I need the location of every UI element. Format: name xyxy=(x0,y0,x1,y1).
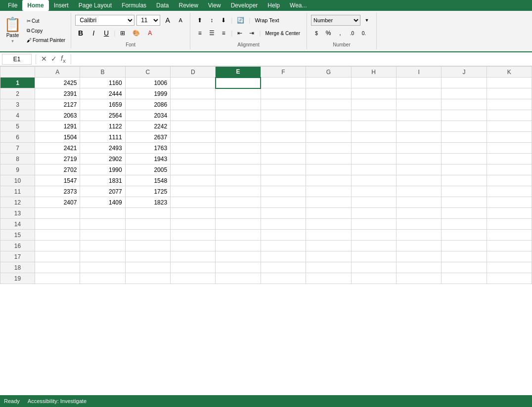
italic-button[interactable]: I xyxy=(88,28,99,39)
cell-D2[interactable] xyxy=(171,88,216,99)
cell-J17[interactable] xyxy=(442,251,487,262)
cell-D11[interactable] xyxy=(171,186,216,197)
row-header-19[interactable]: 19 xyxy=(0,273,35,284)
align-middle-button[interactable]: ↕ xyxy=(206,15,217,26)
cell-K14[interactable] xyxy=(487,219,532,230)
cell-I5[interactable] xyxy=(396,121,441,132)
cell-C19[interactable] xyxy=(125,273,170,284)
cell-I13[interactable] xyxy=(396,208,441,219)
cell-J19[interactable] xyxy=(442,273,487,284)
col-header-i[interactable]: I xyxy=(396,67,441,78)
cell-B6[interactable]: 1111 xyxy=(80,132,125,143)
cell-I19[interactable] xyxy=(396,273,441,284)
cell-C9[interactable]: 2005 xyxy=(125,164,170,175)
cell-G14[interactable] xyxy=(306,219,351,230)
number-format-select[interactable]: Number xyxy=(311,15,360,26)
cell-ref-input[interactable]: E1 xyxy=(2,54,32,65)
cell-H16[interactable] xyxy=(351,241,396,251)
cell-H15[interactable] xyxy=(351,230,396,241)
cell-H11[interactable] xyxy=(351,186,396,197)
row-header-12[interactable]: 12 xyxy=(0,197,35,208)
cell-A15[interactable] xyxy=(35,230,80,241)
cell-B16[interactable] xyxy=(80,241,125,251)
cell-F17[interactable] xyxy=(261,251,306,262)
cell-G18[interactable] xyxy=(306,262,351,273)
cell-H6[interactable] xyxy=(351,132,396,143)
cell-B4[interactable]: 2564 xyxy=(80,110,125,121)
cell-E13[interactable] xyxy=(216,208,261,219)
cell-D19[interactable] xyxy=(171,273,216,284)
cell-D5[interactable] xyxy=(171,121,216,132)
cell-A2[interactable]: 2391 xyxy=(35,88,80,99)
col-header-j[interactable]: J xyxy=(442,67,487,78)
cell-C18[interactable] xyxy=(125,262,170,273)
row-header-17[interactable]: 17 xyxy=(0,251,35,262)
cell-K3[interactable] xyxy=(487,99,532,110)
align-top-button[interactable]: ⬆ xyxy=(194,15,205,26)
cell-H5[interactable] xyxy=(351,121,396,132)
cell-D3[interactable] xyxy=(171,99,216,110)
cell-K19[interactable] xyxy=(487,273,532,284)
cell-D18[interactable] xyxy=(171,262,216,273)
row-header-7[interactable]: 7 xyxy=(0,143,35,154)
cell-C6[interactable]: 2637 xyxy=(125,132,170,143)
paste-dropdown-arrow[interactable]: ▼ xyxy=(11,39,15,43)
cell-E6[interactable] xyxy=(216,132,261,143)
decrease-indent-button[interactable]: ⇤ xyxy=(234,28,245,39)
cell-I3[interactable] xyxy=(396,99,441,110)
cell-F5[interactable] xyxy=(261,121,306,132)
cell-C2[interactable]: 1999 xyxy=(125,88,170,99)
cell-H13[interactable] xyxy=(351,208,396,219)
cell-E1[interactable] xyxy=(216,78,261,88)
cell-E8[interactable] xyxy=(216,154,261,164)
cell-D17[interactable] xyxy=(171,251,216,262)
cell-F9[interactable] xyxy=(261,164,306,175)
col-header-d[interactable]: D xyxy=(171,67,216,78)
menu-help[interactable]: Help xyxy=(263,0,285,11)
cell-B8[interactable]: 2902 xyxy=(80,154,125,164)
cell-I18[interactable] xyxy=(396,262,441,273)
cell-H7[interactable] xyxy=(351,143,396,154)
cell-K2[interactable] xyxy=(487,88,532,99)
cell-C11[interactable]: 1725 xyxy=(125,186,170,197)
menu-review[interactable]: Review xyxy=(174,0,203,11)
decrease-decimal-button[interactable]: .0 xyxy=(347,28,357,39)
cell-K5[interactable] xyxy=(487,121,532,132)
col-header-e[interactable]: E xyxy=(216,67,261,78)
cell-A1[interactable]: 2425 xyxy=(35,78,80,88)
cell-C8[interactable]: 1943 xyxy=(125,154,170,164)
accounting-button[interactable]: $ xyxy=(311,28,322,39)
cell-I7[interactable] xyxy=(396,143,441,154)
wrap-text-button[interactable]: Wrap Text xyxy=(252,15,281,26)
cell-E2[interactable] xyxy=(216,88,261,99)
cell-K16[interactable] xyxy=(487,241,532,251)
cell-H19[interactable] xyxy=(351,273,396,284)
cell-B2[interactable]: 2444 xyxy=(80,88,125,99)
row-header-18[interactable]: 18 xyxy=(0,262,35,273)
cell-K7[interactable] xyxy=(487,143,532,154)
cell-F3[interactable] xyxy=(261,99,306,110)
col-header-h[interactable]: H xyxy=(351,67,396,78)
cell-B13[interactable] xyxy=(80,208,125,219)
cell-G13[interactable] xyxy=(306,208,351,219)
row-header-6[interactable]: 6 xyxy=(0,132,35,143)
col-header-a[interactable]: A xyxy=(35,67,80,78)
row-header-1[interactable]: 1 xyxy=(0,78,35,88)
cell-J4[interactable] xyxy=(442,110,487,121)
cell-G11[interactable] xyxy=(306,186,351,197)
align-left-button[interactable]: ≡ xyxy=(194,28,205,39)
insert-function-button[interactable]: fx xyxy=(60,54,67,64)
cell-A7[interactable]: 2421 xyxy=(35,143,80,154)
cell-G19[interactable] xyxy=(306,273,351,284)
cell-C1[interactable]: 1006 xyxy=(125,78,170,88)
cell-E7[interactable] xyxy=(216,143,261,154)
cell-F2[interactable] xyxy=(261,88,306,99)
cell-B19[interactable] xyxy=(80,273,125,284)
cell-K15[interactable] xyxy=(487,230,532,241)
cell-F11[interactable] xyxy=(261,186,306,197)
paste-button[interactable]: 📋 Paste ▼ xyxy=(3,17,22,44)
cell-J6[interactable] xyxy=(442,132,487,143)
cell-A17[interactable] xyxy=(35,251,80,262)
cell-B15[interactable] xyxy=(80,230,125,241)
cell-B17[interactable] xyxy=(80,251,125,262)
